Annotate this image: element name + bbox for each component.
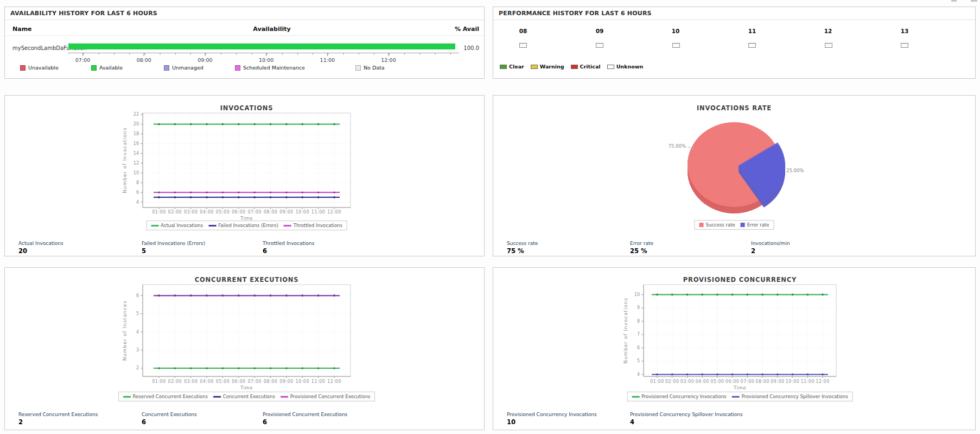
stat-error-rate: Error rate 25 % [630,241,653,255]
chart-legend: Provisioned Concurrency InvocationsProvi… [627,392,853,401]
hour-label: 11 [714,28,790,34]
legend-label: Unavailable [28,65,59,71]
svg-text:Time: Time [240,385,253,391]
svg-text:09:00: 09:00 [771,379,785,384]
hour-label: 12 [790,28,866,34]
unknown-status-icon[interactable] [825,43,832,48]
stat-value: 75 % [507,247,538,255]
concurrent-executions-panel: CONCURRENT EXECUTIONS01:0002:0003:0004:0… [4,267,485,430]
legend-item-scheduled-maintenance: Scheduled Maintenance [235,65,305,71]
svg-text:04:00: 04:00 [695,379,709,384]
svg-text:8: 8 [637,319,640,324]
unmanaged-swatch-icon [164,65,169,71]
svg-text:5: 5 [136,311,139,316]
svg-text:01:00: 01:00 [152,210,166,215]
stat-label: Provisioned Concurrency Spillover Invoca… [630,412,743,417]
svg-text:3: 3 [136,348,139,353]
svg-text:6: 6 [136,293,139,298]
unknown-status-icon[interactable] [519,43,527,48]
svg-text:CONCURRENT EXECUTIONS: CONCURRENT EXECUTIONS [195,276,299,284]
svg-text:07:00: 07:00 [247,210,262,215]
series-swatch-icon [632,396,639,398]
availability-time-axis: 07:0008:0009:0010:0011:0012:00 [68,51,463,65]
series-swatch-icon [732,396,740,398]
stat-value: 6 [263,418,347,426]
svg-text:03:00: 03:00 [184,210,198,215]
legend-label: Concurrent Executions [223,394,275,399]
stat-provisioned-invocations: Provisioned Concurrency Invocations 10 [507,412,597,426]
svg-text:03:00: 03:00 [184,379,198,384]
svg-text:06:00: 06:00 [232,210,246,215]
stat-label: Provisioned Concurrency Invocations [507,412,597,417]
stat-value: 2 [18,418,98,426]
stat-label: Failed Invocations (Errors) [142,241,205,246]
concurrent_executions-plot: CONCURRENT EXECUTIONS01:0002:0003:0004:0… [5,268,484,405]
availability-percent-value: 100.0 [463,45,479,51]
svg-text:05:00: 05:00 [216,210,230,215]
svg-text:01:00: 01:00 [650,379,664,384]
hour-label: 13 [867,28,943,34]
svg-text:6: 6 [637,345,640,350]
invocations-plot: INVOCATIONS01:0002:0003:0004:0005:0006:0… [5,96,484,232]
svg-text:02:00: 02:00 [168,379,182,384]
svg-text:Number of Instances: Number of Instances [122,300,128,361]
chart-legend: Actual InvocationsFailed Invocations (Er… [146,221,347,230]
svg-text:09:00: 09:00 [279,210,294,215]
svg-text:11:00: 11:00 [311,379,326,384]
stat-label: Invocations/min [751,241,790,246]
stat-actual-invocations: Actual Invocations 20 [18,241,63,255]
legend-item: Throttled Invocations [284,223,342,228]
svg-text:09:00: 09:00 [198,57,212,63]
svg-text:07:00: 07:00 [75,57,90,63]
stat-label: Throttled Invocations [263,241,314,246]
column-name: Name [12,26,32,33]
legend-item-available: Available [91,65,123,71]
legend-label: Available [99,65,123,71]
concurrent-executions-chart: CONCURRENT EXECUTIONS01:0002:0003:0004:0… [5,268,484,408]
svg-text:08:00: 08:00 [264,210,278,215]
svg-text:12:00: 12:00 [327,379,341,384]
svg-text:04:00: 04:00 [200,379,214,384]
svg-text:06:00: 06:00 [726,379,740,384]
svg-text:06:00: 06:00 [232,379,246,384]
chart-legend: Success rateError rate [695,220,774,230]
stat-throttled-invocations: Throttled Invocations 6 [263,241,314,255]
stat-failed-invocations: Failed Invocations (Errors) 5 [142,241,205,255]
svg-text:75.00%: 75.00% [669,143,686,149]
stat-label: Concurrent Executions [142,412,197,417]
legend-label: Scheduled Maintenance [243,65,305,71]
lambda-monitor-dashboard: AVAILABILITY HISTORY FOR LAST 6 HOURS Na… [0,0,980,434]
legend-item: Error rate [741,222,769,228]
legend-item-warning: Warning [531,64,564,70]
svg-text:02:00: 02:00 [665,379,679,384]
unknown-status-icon[interactable] [901,43,908,48]
legend-label: Clear [509,64,524,70]
svg-text:Number of Invocations: Number of Invocations [122,127,128,193]
unknown-status-icon[interactable] [596,43,603,48]
svg-text:7: 7 [637,332,640,337]
svg-text:PROVISIONED CONCURRENCY: PROVISIONED CONCURRENCY [683,276,797,284]
stat-value: 6 [263,247,314,255]
stat-reserved-concurrent: Reserved Concurrent Executions 2 [18,412,98,426]
svg-text:10:00: 10:00 [786,379,800,384]
legend-item: Failed Invocations (Errors) [208,223,278,228]
performance-legend: Clear Warning Critical Unknown [500,64,643,70]
legend-item-unmanaged: Unmanaged [164,65,203,71]
svg-text:18: 18 [133,131,139,136]
availability-bar[interactable] [68,43,455,49]
legend-label: Error rate [747,222,769,228]
legend-item: Provisioned Concurrency Invocations [632,394,727,399]
series-swatch-icon [741,223,745,227]
stat-label: Reserved Concurrent Executions [18,412,98,417]
svg-text:Time: Time [733,385,746,391]
unknown-status-icon[interactable] [672,43,680,48]
available-swatch-icon [91,65,97,71]
svg-text:10:00: 10:00 [295,379,309,384]
chart-legend: Reserved Concurrent ExecutionsConcurrent… [118,392,376,401]
svg-text:5: 5 [637,358,640,363]
legend-label: Failed Invocations (Errors) [218,223,278,228]
unknown-status-icon[interactable] [748,43,756,48]
unavailable-swatch-icon [20,65,26,71]
stat-value: 6 [142,418,197,426]
svg-text:04:00: 04:00 [200,210,214,215]
